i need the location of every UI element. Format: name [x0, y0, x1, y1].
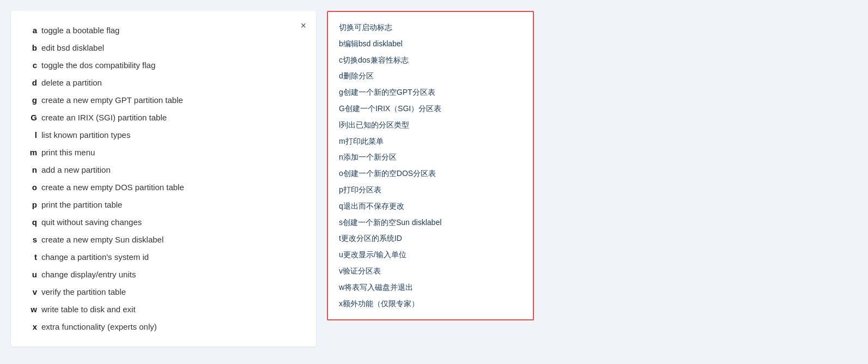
- menu-key: n: [22, 163, 37, 177]
- menu-desc: edit bsd disklabel: [41, 41, 104, 54]
- menu-key: x: [22, 320, 37, 333]
- menu-desc: create a new empty Sun disklabel: [41, 233, 163, 246]
- translation-list: 切换可启动标志b编辑bsd disklabelc切换dos兼容性标志d删除分区g…: [339, 20, 522, 312]
- translation-item: v验证分区表: [339, 263, 522, 280]
- menu-desc: verify the partition table: [41, 286, 126, 299]
- main-container: × atoggle a bootable flagbedit bsd diskl…: [11, 11, 857, 347]
- menu-desc: print the partition table: [41, 198, 122, 211]
- menu-item: uchange display/entry units: [22, 266, 300, 283]
- translation-item: b编辑bsd disklabel: [339, 36, 522, 52]
- menu-key: q: [22, 216, 37, 229]
- menu-key: a: [22, 24, 37, 37]
- translation-item: c切换dos兼容性标志: [339, 52, 522, 69]
- menu-item: gcreate a new empty GPT partition table: [22, 92, 300, 109]
- translation-item: p打印分区表: [339, 182, 522, 198]
- menu-desc: write table to disk and exit: [41, 303, 136, 316]
- left-panel: × atoggle a bootable flagbedit bsd diskl…: [11, 11, 316, 347]
- translation-item: m打印此菜单: [339, 134, 522, 150]
- menu-item: tchange a partition's system id: [22, 248, 300, 266]
- menu-desc: create an IRIX (SGI) partition table: [41, 111, 167, 124]
- close-button[interactable]: ×: [300, 21, 306, 31]
- menu-item: screate a new empty Sun disklabel: [22, 231, 300, 248]
- translation-item: n添加一个新分区: [339, 149, 522, 166]
- translation-item: u更改显示/输入单位: [339, 247, 522, 263]
- menu-key: t: [22, 251, 37, 264]
- menu-item: bedit bsd disklabel: [22, 39, 300, 57]
- menu-desc: toggle a bootable flag: [41, 24, 119, 37]
- menu-key: G: [22, 111, 37, 124]
- menu-item: pprint the partition table: [22, 196, 300, 214]
- menu-item: atoggle a bootable flag: [22, 22, 300, 39]
- translation-item: t更改分区的系统ID: [339, 230, 522, 247]
- menu-desc: change display/entry units: [41, 268, 136, 281]
- menu-key: p: [22, 198, 37, 211]
- menu-item: xextra functionality (experts only): [22, 318, 300, 336]
- menu-item: ddelete a partition: [22, 74, 300, 92]
- menu-desc: quit without saving changes: [41, 216, 142, 229]
- right-panel: 切换可启动标志b编辑bsd disklabelc切换dos兼容性标志d删除分区g…: [327, 11, 857, 347]
- menu-item: ocreate a new empty DOS partition table: [22, 179, 300, 196]
- menu-desc: add a new partition: [41, 163, 111, 177]
- menu-key: l: [22, 129, 37, 142]
- menu-desc: toggle the dos compatibility flag: [41, 59, 155, 72]
- menu-key: d: [22, 76, 37, 89]
- menu-key: c: [22, 59, 37, 72]
- menu-key: b: [22, 41, 37, 54]
- menu-key: m: [22, 146, 37, 159]
- menu-desc: create a new empty GPT partition table: [41, 94, 183, 107]
- translation-box: 切换可启动标志b编辑bsd disklabelc切换dos兼容性标志d删除分区g…: [327, 11, 534, 320]
- translation-item: g创建一个新的空GPT分区表: [339, 84, 522, 101]
- translation-item: o创建一个新的空DOS分区表: [339, 166, 522, 182]
- menu-item: Gcreate an IRIX (SGI) partition table: [22, 109, 300, 126]
- menu-item: nadd a new partition: [22, 161, 300, 179]
- menu-item: llist known partition types: [22, 126, 300, 144]
- translation-item: G创建一个IRIX（SGI）分区表: [339, 101, 522, 117]
- menu-key: u: [22, 268, 37, 281]
- menu-key: v: [22, 286, 37, 299]
- menu-desc: change a partition's system id: [41, 251, 149, 264]
- menu-item: vverify the partition table: [22, 283, 300, 301]
- menu-desc: extra functionality (experts only): [41, 320, 157, 333]
- menu-key: o: [22, 181, 37, 194]
- menu-desc: list known partition types: [41, 129, 130, 142]
- menu-list: atoggle a bootable flagbedit bsd disklab…: [22, 22, 300, 336]
- translation-item: q退出而不保存更改: [339, 198, 522, 215]
- translation-item: 切换可启动标志: [339, 20, 522, 36]
- menu-key: s: [22, 233, 37, 246]
- translation-item: x额外功能（仅限专家）: [339, 296, 522, 312]
- menu-desc: delete a partition: [41, 76, 102, 89]
- translation-item: d删除分区: [339, 68, 522, 84]
- menu-desc: print this menu: [41, 146, 95, 159]
- translation-item: l列出已知的分区类型: [339, 117, 522, 134]
- menu-key: g: [22, 94, 37, 107]
- translation-item: s创建一个新的空Sun disklabel: [339, 215, 522, 231]
- menu-item: wwrite table to disk and exit: [22, 301, 300, 318]
- menu-item: mprint this menu: [22, 144, 300, 161]
- menu-desc: create a new empty DOS partition table: [41, 181, 184, 194]
- menu-item: ctoggle the dos compatibility flag: [22, 57, 300, 74]
- menu-key: w: [22, 303, 37, 316]
- menu-item: qquit without saving changes: [22, 214, 300, 231]
- translation-item: w将表写入磁盘并退出: [339, 280, 522, 296]
